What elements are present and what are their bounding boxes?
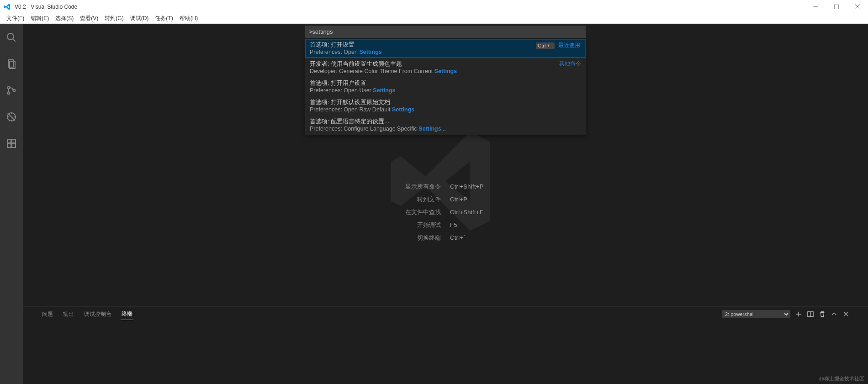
command-palette-item[interactable]: 开发者: 使用当前设置生成颜色主题Developer: Generate Col… (305, 58, 586, 77)
shortcut-hint-key: Ctrl+P (450, 196, 523, 203)
command-palette-item[interactable]: 首选项: 配置语言特定的设置...Preferences: Configure … (305, 116, 586, 135)
menu-tasks[interactable]: 任务(T) (152, 14, 175, 23)
shortcut-hint-key: Ctrl+Shift+F (450, 209, 523, 216)
svg-point-1 (7, 33, 14, 40)
menu-view[interactable]: 查看(V) (77, 14, 101, 23)
command-palette-item[interactable]: 首选项: 打开用户设置Preferences: Open User Settin… (305, 77, 586, 96)
terminal-selector[interactable]: 2: powershell (722, 310, 790, 318)
shortcut-hint-row: 转到文件Ctrl+P (368, 195, 523, 204)
vscode-logo-icon (4, 3, 11, 11)
shortcut-hint-label: 开始调试 (368, 221, 441, 229)
keyboard-shortcut: Ctrl + , (536, 42, 555, 49)
shortcut-hint-row: 开始调试F5 (368, 221, 523, 229)
shortcut-hint-label: 切换终端 (368, 234, 441, 242)
command-palette: 首选项: 打开设置Preferences: Open SettingsCtrl … (305, 26, 586, 135)
command-palette-item-title: 首选项: 打开默认设置原始文档 (310, 98, 581, 106)
command-palette-item-title: 首选项: 配置语言特定的设置... (310, 117, 581, 126)
maximize-button[interactable] (826, 0, 847, 14)
command-palette-item-subtitle: Preferences: Configure Language Specific… (310, 126, 581, 132)
debug-icon[interactable] (0, 108, 23, 126)
minimize-button[interactable] (805, 0, 826, 14)
command-palette-item-title: 开发者: 使用当前设置生成颜色主题 (310, 60, 581, 68)
extensions-icon[interactable] (0, 134, 23, 153)
command-palette-item-subtitle: Preferences: Open User Settings (310, 87, 581, 94)
svg-rect-0 (834, 5, 839, 9)
scm-icon[interactable] (0, 81, 23, 100)
shortcut-hint-label: 在文件中查找 (368, 208, 441, 216)
shortcut-hint-key: Ctrl+Shift+P (450, 183, 523, 190)
panel-close-icon[interactable] (842, 310, 850, 318)
shortcut-hint-key: Ctrl+` (450, 234, 523, 241)
command-palette-input[interactable] (305, 26, 586, 38)
menu-selection[interactable]: 选择(S) (53, 14, 76, 23)
panel-tab-output[interactable]: 输出 (62, 309, 75, 320)
bottom-panel: 问题 输出 调试控制台 终端 2: powershell @稀土掘金技术社区 (23, 306, 868, 384)
panel-tab-debugconsole[interactable]: 调试控制台 (83, 309, 112, 320)
window-titlebar: V0.2 - Visual Studio Code (0, 0, 868, 14)
menu-help[interactable]: 帮助(H) (177, 14, 201, 23)
svg-rect-11 (12, 144, 16, 147)
svg-rect-8 (7, 139, 11, 143)
svg-rect-10 (7, 144, 11, 147)
command-palette-item-subtitle: Developer: Generate Color Theme From Cur… (310, 68, 581, 74)
command-palette-item-title: 首选项: 打开用户设置 (310, 79, 581, 87)
shortcut-hint-label: 转到文件 (368, 195, 441, 204)
command-palette-item-subtitle: Preferences: Open Raw Default Settings (310, 106, 581, 113)
command-palette-section-tag: 其他命令 (559, 60, 581, 68)
panel-maximize-icon[interactable] (831, 310, 838, 318)
terminal-kill-icon[interactable] (819, 310, 826, 318)
editor-area: 首选项: 打开设置Preferences: Open SettingsCtrl … (23, 24, 868, 384)
panel-tab-problems[interactable]: 问题 (41, 309, 54, 320)
window-title: V0.2 - Visual Studio Code (15, 4, 77, 10)
command-palette-item[interactable]: 首选项: 打开设置Preferences: Open SettingsCtrl … (305, 39, 586, 58)
svg-point-5 (8, 92, 10, 95)
panel-tab-terminal[interactable]: 终端 (121, 308, 133, 320)
shortcut-hint-label: 显示所有命令 (368, 183, 441, 191)
search-icon[interactable] (0, 28, 23, 47)
menu-debug[interactable]: 调试(D) (127, 14, 152, 23)
menu-file[interactable]: 文件(F) (4, 14, 27, 23)
shortcut-hint-row: 在文件中查找Ctrl+Shift+F (368, 208, 523, 216)
welcome-shortcuts: 显示所有命令Ctrl+Shift+P转到文件Ctrl+P在文件中查找Ctrl+S… (368, 178, 523, 247)
terminal-new-icon[interactable] (795, 310, 802, 318)
svg-rect-9 (12, 139, 16, 143)
shortcut-hint-row: 显示所有命令Ctrl+Shift+P (368, 183, 523, 191)
menu-edit[interactable]: 编辑(E) (28, 14, 52, 23)
terminal-split-icon[interactable] (807, 310, 814, 318)
explorer-icon[interactable] (0, 55, 23, 73)
activity-bar (0, 24, 23, 384)
command-palette-item-subtitle: Preferences: Open Settings (310, 49, 581, 55)
shortcut-hint-key: F5 (450, 221, 523, 228)
close-button[interactable] (847, 0, 868, 14)
command-palette-section-tag: 最近使用 (558, 42, 580, 49)
image-credit: @稀土掘金技术社区 (819, 375, 864, 382)
shortcut-hint-row: 切换终端Ctrl+` (368, 234, 523, 242)
command-palette-list: 首选项: 打开设置Preferences: Open SettingsCtrl … (305, 39, 586, 135)
menu-go[interactable]: 转到(G) (102, 14, 126, 23)
command-palette-item[interactable]: 首选项: 打开默认设置原始文档Preferences: Open Raw Def… (305, 96, 586, 116)
svg-point-4 (8, 87, 10, 89)
menubar: 文件(F) 编辑(E) 选择(S) 查看(V) 转到(G) 调试(D) 任务(T… (0, 14, 868, 24)
